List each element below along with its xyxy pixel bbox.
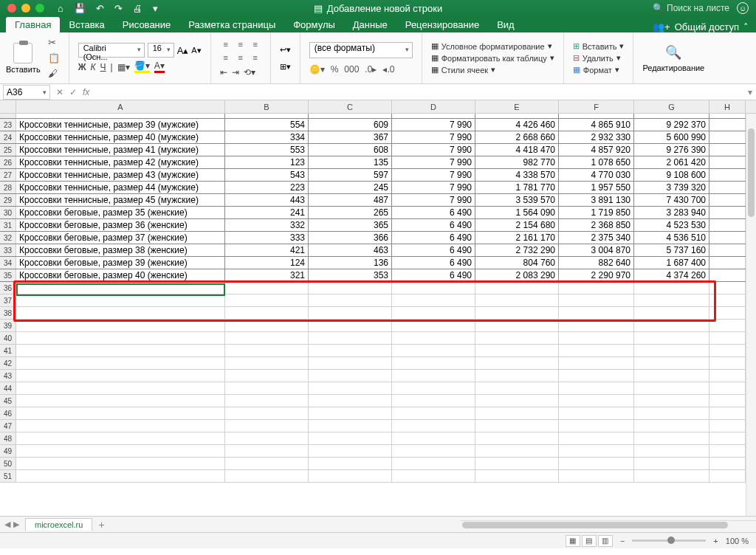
cell[interactable]: [634, 320, 709, 331]
cell[interactable]: 366: [309, 232, 392, 244]
cell[interactable]: [709, 395, 746, 407]
cell[interactable]: [309, 445, 392, 457]
cell[interactable]: [559, 470, 634, 482]
cell[interactable]: 353: [309, 269, 392, 281]
row-header[interactable]: 29: [0, 194, 16, 206]
zoom-out-icon[interactable]: −: [620, 537, 625, 545]
decrease-indent-icon[interactable]: ⇤: [220, 67, 227, 77]
cell[interactable]: [16, 407, 225, 419]
cell[interactable]: [225, 370, 309, 382]
cell[interactable]: [709, 382, 746, 394]
cell[interactable]: [559, 332, 634, 344]
tab-review[interactable]: Рецензирование: [396, 17, 488, 32]
cell[interactable]: [16, 395, 225, 407]
cell[interactable]: [16, 332, 225, 344]
cell[interactable]: [709, 370, 746, 382]
row-header[interactable]: 41: [0, 345, 16, 356]
cell[interactable]: 6 490: [392, 232, 475, 244]
cell[interactable]: [559, 320, 634, 331]
cell[interactable]: [225, 420, 309, 432]
cell[interactable]: Кроссовки теннисные, размер 43 (мужские): [16, 169, 225, 181]
row-header[interactable]: 28: [0, 182, 16, 193]
cell[interactable]: 982 770: [475, 156, 559, 168]
cell[interactable]: Кроссовки теннисные, размер 42 (мужские): [16, 156, 225, 168]
cell[interactable]: 7 990: [392, 169, 475, 181]
row-header[interactable]: 31: [0, 219, 16, 231]
cell[interactable]: 9 276 390: [634, 144, 709, 156]
cell[interactable]: 4 418 470: [475, 144, 559, 156]
cell[interactable]: [559, 458, 634, 469]
cell-styles-button[interactable]: ▦Стили ячеек ▾: [431, 65, 554, 75]
cell[interactable]: 1 078 650: [559, 156, 634, 168]
zoom-slider[interactable]: [632, 540, 706, 542]
cell[interactable]: [225, 357, 309, 369]
cell[interactable]: Кроссовки теннисные, размер 44 (мужские): [16, 182, 225, 193]
row-header[interactable]: 23: [0, 119, 16, 131]
fill-color-button[interactable]: 🪣▾: [134, 61, 150, 73]
cell[interactable]: [709, 144, 746, 156]
cell[interactable]: [559, 114, 634, 118]
cell[interactable]: [709, 219, 746, 231]
cell[interactable]: 1 564 090: [475, 207, 559, 218]
cell[interactable]: 333: [225, 232, 309, 244]
row-header[interactable]: 30: [0, 207, 16, 218]
cell[interactable]: [16, 357, 225, 369]
sheet-nav-prev-icon[interactable]: ◀: [4, 520, 10, 529]
find-icon[interactable]: 🔍: [665, 44, 681, 61]
cell[interactable]: [475, 382, 559, 394]
row-header[interactable]: 39: [0, 320, 16, 331]
row-header[interactable]: 35: [0, 269, 16, 281]
cell[interactable]: 4 374 260: [634, 269, 709, 281]
cell[interactable]: [634, 395, 709, 407]
cell[interactable]: Кроссовки беговые, размер 38 (женские): [16, 244, 225, 256]
conditional-formatting-button[interactable]: ▦Условное форматирование ▾: [431, 41, 554, 51]
search-box[interactable]: 🔍Поиск на листе: [653, 3, 729, 13]
cell[interactable]: [16, 307, 225, 319]
cell[interactable]: 7 990: [392, 144, 475, 156]
cell[interactable]: [709, 320, 746, 331]
share-button[interactable]: Общий доступ: [675, 21, 739, 32]
cell[interactable]: 334: [225, 131, 309, 143]
cell[interactable]: [16, 445, 225, 457]
cell[interactable]: [392, 320, 475, 331]
cell[interactable]: 332: [225, 219, 309, 231]
cell[interactable]: [475, 470, 559, 482]
cell[interactable]: 2 375 340: [559, 232, 634, 244]
cell[interactable]: [634, 114, 709, 118]
cell[interactable]: [709, 294, 746, 306]
cell[interactable]: 265: [309, 207, 392, 218]
paste-button[interactable]: Вставить: [6, 43, 41, 74]
cell[interactable]: [559, 282, 634, 294]
cell[interactable]: 245: [309, 182, 392, 193]
cell[interactable]: Кроссовки теннисные, размер 40 (мужские): [16, 131, 225, 143]
cell[interactable]: [709, 119, 746, 131]
font-size-select[interactable]: 16: [148, 43, 174, 58]
cell[interactable]: Кроссовки беговые, размер 36 (женские): [16, 219, 225, 231]
row-header[interactable]: 49: [0, 445, 16, 457]
cell[interactable]: [559, 370, 634, 382]
cell[interactable]: [634, 458, 709, 469]
feedback-icon[interactable]: ☺: [737, 2, 749, 14]
cell[interactable]: [634, 357, 709, 369]
cell[interactable]: 597: [309, 169, 392, 181]
cell[interactable]: [709, 357, 746, 369]
col-header-g[interactable]: G: [634, 100, 709, 113]
cell[interactable]: [225, 345, 309, 356]
cell[interactable]: [475, 307, 559, 319]
cell[interactable]: [392, 345, 475, 356]
cell[interactable]: [392, 332, 475, 344]
cell[interactable]: [709, 282, 746, 294]
insert-cells-button[interactable]: ⊞Вставить ▾: [573, 41, 625, 51]
cell[interactable]: 2 932 330: [559, 131, 634, 143]
cell[interactable]: [709, 169, 746, 181]
cell[interactable]: [225, 382, 309, 394]
cell[interactable]: 7 990: [392, 131, 475, 143]
cell[interactable]: 1 687 400: [634, 257, 709, 269]
tab-layout[interactable]: Разметка страницы: [179, 17, 284, 32]
row-header[interactable]: 42: [0, 357, 16, 369]
home-icon[interactable]: ⌂: [58, 3, 63, 14]
cell[interactable]: 608: [309, 144, 392, 156]
cell[interactable]: 2 668 660: [475, 131, 559, 143]
cell[interactable]: [559, 294, 634, 306]
cell[interactable]: 6 490: [392, 269, 475, 281]
